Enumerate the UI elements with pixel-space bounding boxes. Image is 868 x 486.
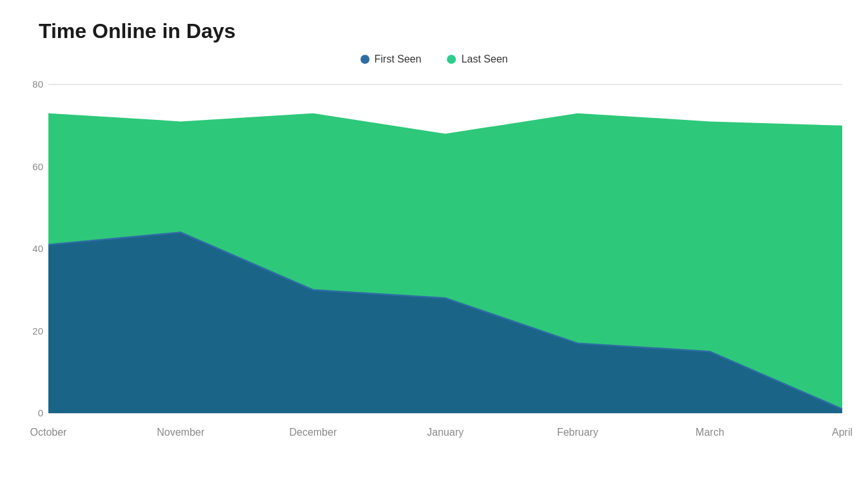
legend: First Seen Last Seen (13, 53, 855, 65)
last-seen-dot (447, 55, 456, 64)
svg-text:January: January (427, 427, 464, 438)
legend-item-first-seen: First Seen (360, 53, 422, 65)
last-seen-label: Last Seen (461, 53, 508, 65)
chart-container: Time Online in Days First Seen Last Seen… (0, 0, 868, 486)
svg-text:40: 40 (32, 243, 43, 254)
first-seen-label: First Seen (375, 53, 422, 65)
svg-text:April: April (832, 427, 853, 438)
svg-text:60: 60 (32, 161, 43, 172)
svg-text:February: February (557, 427, 598, 438)
svg-text:20: 20 (32, 326, 43, 336)
svg-text:March: March (696, 427, 724, 438)
first-seen-dot (360, 55, 370, 64)
svg-text:0: 0 (38, 407, 43, 418)
chart-title: Time Online in Days (13, 19, 855, 43)
svg-text:October: October (30, 427, 68, 438)
legend-item-last-seen: Last Seen (447, 53, 508, 65)
svg-text:November: November (157, 427, 204, 438)
svg-text:80: 80 (32, 79, 43, 90)
chart-svg: 020406080OctoberNovemberDecemberJanuaryF… (13, 78, 855, 452)
svg-text:December: December (289, 427, 337, 438)
